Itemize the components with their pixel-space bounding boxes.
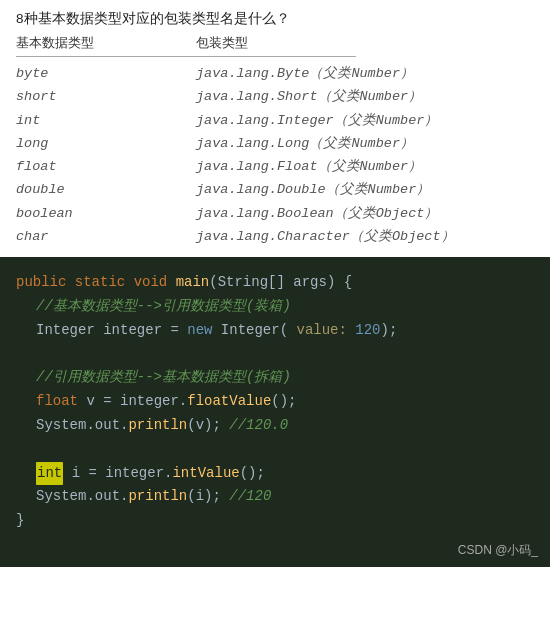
- fn-println1: println: [128, 414, 187, 438]
- code-line-integer: Integer integer = new Integer( value: 12…: [16, 319, 534, 343]
- wrapper-type: java.lang.Boolean（父类Object）: [196, 203, 438, 225]
- table-row: char java.lang.Character（父类Object）: [16, 226, 534, 248]
- table-row: boolean java.lang.Boolean（父类Object）: [16, 203, 534, 225]
- cls-system: System: [36, 414, 86, 438]
- paren6: (: [187, 485, 195, 509]
- paren7: );: [204, 485, 229, 509]
- kw-new: new: [187, 319, 221, 343]
- dot4: .: [164, 462, 172, 486]
- var-v: v: [86, 390, 103, 414]
- paren2: ();: [271, 390, 296, 414]
- code-line-println1: System.out.println(v); //120.0: [16, 414, 534, 438]
- top-section: 8种基本数据类型对应的包装类型名是什么？ 基本数据类型 包装类型 byte ja…: [0, 0, 550, 257]
- table-header: 基本数据类型 包装类型: [16, 34, 534, 52]
- table-row: short java.lang.Short（父类Number）: [16, 86, 534, 108]
- wrapper-type: java.lang.Long（父类Number）: [196, 133, 414, 155]
- cls-integer2: Integer: [221, 319, 280, 343]
- kw-static: static: [75, 271, 134, 295]
- table-row: float java.lang.Float（父类Number）: [16, 156, 534, 178]
- table-divider: [16, 56, 356, 57]
- primitive-type: double: [16, 179, 196, 201]
- col2-header: 包装类型: [196, 34, 248, 52]
- dot2: .: [86, 414, 94, 438]
- primitive-type: float: [16, 156, 196, 178]
- col1-header: 基本数据类型: [16, 34, 196, 52]
- paren3: (: [187, 414, 195, 438]
- primitive-type: short: [16, 86, 196, 108]
- table-body: byte java.lang.Byte（父类Number） short java…: [16, 63, 534, 248]
- fn-println2: println: [128, 485, 187, 509]
- punc-arr: []: [268, 271, 293, 295]
- brace-close: }: [16, 509, 24, 533]
- table-row: double java.lang.Double（父类Number）: [16, 179, 534, 201]
- var-v2: v: [196, 414, 204, 438]
- dot3: .: [120, 414, 128, 438]
- code-line-int: int i = integer.intValue();: [16, 462, 534, 486]
- wrapper-type: java.lang.Byte（父类Number）: [196, 63, 414, 85]
- fn-main: main: [176, 271, 210, 295]
- plain-space: [63, 462, 71, 486]
- wrapper-type: java.lang.Character（父类Object）: [196, 226, 455, 248]
- table-row: int java.lang.Integer（父类Number）: [16, 110, 534, 132]
- wrapper-type: java.lang.Integer（父类Number）: [196, 110, 438, 132]
- code-method-sig: public static void main(String[] args) {: [16, 271, 534, 295]
- code-comment1: //基本数据类型-->引用数据类型(装箱): [16, 295, 534, 319]
- eq3: =: [88, 462, 105, 486]
- code-line-println2: System.out.println(i); //120: [16, 485, 534, 509]
- wrapper-type: java.lang.Double（父类Number）: [196, 179, 430, 201]
- punc-close: ) {: [327, 271, 352, 295]
- comment-120f: //120.0: [229, 414, 288, 438]
- var-args: args: [293, 271, 327, 295]
- paren-close: );: [381, 319, 398, 343]
- paren4: );: [204, 414, 229, 438]
- type-float: float: [36, 390, 86, 414]
- primitive-type: boolean: [16, 203, 196, 225]
- comment1-text: //基本数据类型-->引用数据类型(装箱): [36, 295, 291, 319]
- question-text: 8种基本数据类型对应的包装类型名是什么？: [16, 10, 534, 28]
- code-comment2: //引用数据类型-->基本数据类型(拆箱): [16, 366, 534, 390]
- primitive-type: int: [16, 110, 196, 132]
- var-integer: integer: [103, 319, 170, 343]
- comment2-text: //引用数据类型-->基本数据类型(拆箱): [36, 366, 291, 390]
- primitive-type: byte: [16, 63, 196, 85]
- punc-open: (: [209, 271, 217, 295]
- cls-string: String: [218, 271, 268, 295]
- kw-public: public: [16, 271, 75, 295]
- table-row: byte java.lang.Byte（父类Number）: [16, 63, 534, 85]
- wrapper-type: java.lang.Float（父类Number）: [196, 156, 422, 178]
- fn-intvalue: intValue: [172, 462, 239, 486]
- code-closing-brace: }: [16, 509, 534, 533]
- fn-floatvalue: floatValue: [187, 390, 271, 414]
- var-i2: i: [196, 485, 204, 509]
- dot6: .: [120, 485, 128, 509]
- var-out: out: [95, 414, 120, 438]
- blank-line-2: [16, 438, 534, 462]
- var-i: i: [72, 462, 89, 486]
- eq2: =: [103, 390, 120, 414]
- paren5: ();: [240, 462, 265, 486]
- eq1: =: [170, 319, 187, 343]
- primitive-type: long: [16, 133, 196, 155]
- kw-void: void: [134, 271, 176, 295]
- num-120: 120: [355, 319, 380, 343]
- param-value-label: value:: [296, 319, 355, 343]
- dot5: .: [86, 485, 94, 509]
- table-row: long java.lang.Long（父类Number）: [16, 133, 534, 155]
- watermark: CSDN @小码_: [458, 542, 538, 559]
- code-section: public static void main(String[] args) {…: [0, 257, 550, 567]
- code-line-float: float v = integer.floatValue();: [16, 390, 534, 414]
- wrapper-type: java.lang.Short（父类Number）: [196, 86, 422, 108]
- cls-system2: System: [36, 485, 86, 509]
- highlight-int: int: [36, 462, 63, 486]
- dot1: .: [179, 390, 187, 414]
- comment-120i: //120: [229, 485, 271, 509]
- primitive-type: char: [16, 226, 196, 248]
- var-out2: out: [95, 485, 120, 509]
- blank-line-1: [16, 343, 534, 367]
- cls-integer: Integer: [36, 319, 103, 343]
- paren-open: (: [280, 319, 297, 343]
- var-integer3: integer: [105, 462, 164, 486]
- var-integer2: integer: [120, 390, 179, 414]
